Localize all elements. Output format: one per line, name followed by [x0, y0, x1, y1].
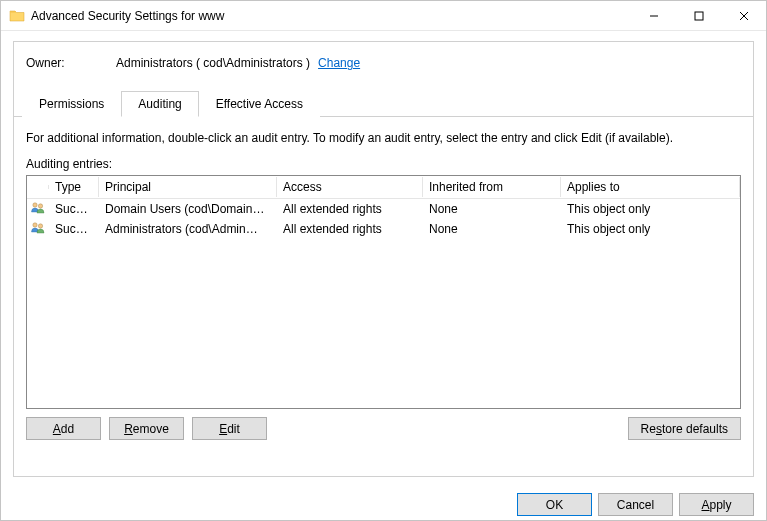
add-button[interactable]: Add: [26, 417, 101, 440]
entry-buttons: Add Remove Edit Restore defaults: [26, 417, 741, 440]
svg-point-4: [33, 202, 37, 206]
col-icon[interactable]: [27, 185, 49, 189]
col-applies[interactable]: Applies to: [561, 177, 740, 197]
folder-icon: [9, 8, 25, 24]
cancel-button[interactable]: Cancel: [598, 493, 673, 516]
table-row[interactable]: Succ…Domain Users (cod\Domain…All extend…: [27, 199, 740, 219]
tabs: Permissions Auditing Effective Access: [14, 90, 753, 117]
svg-point-5: [38, 203, 42, 207]
svg-rect-1: [695, 12, 703, 20]
table-row[interactable]: Succ…Administrators (cod\Admin…All exten…: [27, 219, 740, 239]
cell-type: Succ…: [49, 219, 99, 239]
cell-principal: Administrators (cod\Admin…: [99, 219, 277, 239]
restore-defaults-button[interactable]: Restore defaults: [628, 417, 741, 440]
col-type[interactable]: Type: [49, 177, 99, 197]
owner-label: Owner:: [26, 56, 116, 70]
remove-button[interactable]: Remove: [109, 417, 184, 440]
close-button[interactable]: [721, 1, 766, 30]
maximize-button[interactable]: [676, 1, 721, 30]
window-title: Advanced Security Settings for www: [31, 9, 631, 23]
owner-value: Administrators ( cod\Administrators ): [116, 56, 310, 70]
cell-principal: Domain Users (cod\Domain…: [99, 199, 277, 219]
cell-inherited: None: [423, 219, 561, 239]
cell-applies: This object only: [561, 219, 740, 239]
cell-inherited: None: [423, 199, 561, 219]
tab-auditing[interactable]: Auditing: [121, 91, 198, 117]
cell-applies: This object only: [561, 199, 740, 219]
tab-effective-access[interactable]: Effective Access: [199, 91, 320, 117]
description-text: For additional information, double-click…: [26, 131, 741, 145]
group-icon: [27, 218, 49, 241]
entries-label: Auditing entries:: [26, 157, 741, 171]
cell-access: All extended rights: [277, 219, 423, 239]
main-panel: Owner: Administrators ( cod\Administrato…: [13, 41, 754, 477]
apply-button[interactable]: Apply: [679, 493, 754, 516]
auditing-entries-list[interactable]: Type Principal Access Inherited from App…: [26, 175, 741, 409]
col-principal[interactable]: Principal: [99, 177, 277, 197]
change-owner-link[interactable]: Change: [318, 56, 360, 70]
col-access[interactable]: Access: [277, 177, 423, 197]
list-header: Type Principal Access Inherited from App…: [27, 176, 740, 199]
owner-row: Owner: Administrators ( cod\Administrato…: [26, 56, 741, 70]
ok-button[interactable]: OK: [517, 493, 592, 516]
tab-permissions[interactable]: Permissions: [22, 91, 121, 117]
svg-point-7: [38, 223, 42, 227]
cell-access: All extended rights: [277, 199, 423, 219]
cell-type: Succ…: [49, 199, 99, 219]
window-controls: [631, 1, 766, 30]
edit-button[interactable]: Edit: [192, 417, 267, 440]
dialog-buttons: OK Cancel Apply: [1, 485, 766, 521]
minimize-button[interactable]: [631, 1, 676, 30]
col-inherited[interactable]: Inherited from: [423, 177, 561, 197]
svg-point-6: [33, 222, 37, 226]
titlebar: Advanced Security Settings for www: [1, 1, 766, 31]
